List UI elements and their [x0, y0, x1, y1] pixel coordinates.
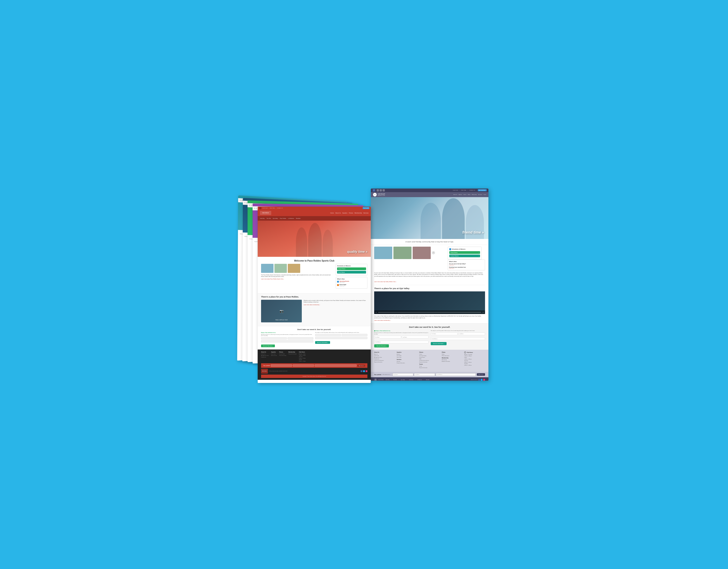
first-name-input[interactable] [261, 337, 287, 339]
send-info-button[interactable]: Send me information » [315, 341, 330, 344]
bottom-ojai-link[interactable]: Ojai Valley [401, 379, 405, 380]
progress-bar[interactable] [378, 312, 481, 312]
last-name-input[interactable] [288, 337, 313, 339]
footer-pilates-info-link[interactable]: Pilates Information [442, 355, 463, 356]
bottom-westlake-link[interactable]: Westlake [426, 379, 429, 380]
footer-employment-link[interactable]: Employment [261, 356, 269, 358]
virtual-tour-box[interactable]: 📷 TAKE A VIRTUAL TOUR [261, 300, 302, 322]
ojai-news-item-2-link[interactable]: Learn more » [449, 268, 484, 269]
sub-link-paso[interactable]: Paso Robles [280, 218, 286, 219]
ojai-group-fitness-btn[interactable]: Group Fitness › [449, 251, 480, 254]
footer-about-us-link[interactable]: About Us [374, 353, 395, 355]
nav-link-about[interactable]: About Us [335, 212, 341, 214]
bottom-ig-icon[interactable] [483, 379, 485, 381]
signup-last-name[interactable] [293, 364, 314, 367]
ojai-send-email[interactable] [431, 337, 485, 340]
ojai-first-name-input[interactable] [374, 336, 401, 338]
footer-request-link[interactable]: Request Information [374, 361, 395, 362]
sub-link-hills[interactable]: The Hills [266, 218, 271, 219]
nav-link-membership[interactable]: Membership [354, 212, 362, 214]
footer-personal-training-link[interactable]: Personal Training [419, 355, 440, 356]
nav-aquatics[interactable]: Aquatics [459, 194, 462, 195]
ojai-about-link[interactable]: Learn more about Ojai Valley Athletic Cl… [374, 281, 396, 283]
footer-personal-link[interactable]: Personal Training [279, 355, 286, 356]
top-link[interactable]: CONTACT US [277, 208, 283, 209]
footer-team-link[interactable]: Management Team [261, 355, 269, 356]
footer-tennis-req-link[interactable]: Request Information [419, 367, 440, 368]
footer-services-req-link[interactable]: Request Information [397, 362, 418, 363]
event-waiver-button[interactable]: Event Waiver › [337, 271, 366, 274]
footer-swim-team-link[interactable]: Swim Team [397, 357, 418, 358]
footer-membership-link[interactable]: Membership [442, 359, 463, 360]
ojai-email-input[interactable] [374, 341, 428, 343]
bottom-madrona-link[interactable]: La Madrona [417, 379, 422, 380]
bottom-hills-link[interactable]: The Hills [393, 379, 397, 380]
ojai-last-name-input[interactable] [402, 336, 429, 338]
twitter-icon[interactable] [363, 370, 365, 372]
signup-first-name[interactable] [271, 364, 292, 367]
footer-contact-link[interactable]: Contact Us & Directions [374, 360, 395, 361]
sub-link-madrona[interactable]: La Madrona [288, 218, 294, 219]
footer-swim-link[interactable]: Swim Team [271, 353, 277, 354]
stay-first-name-input[interactable] [393, 373, 414, 376]
ojai-video-player[interactable]: ▶ 0:00 3:48 [374, 291, 485, 314]
upcoming-events-label[interactable]: Upcoming Events [340, 281, 349, 282]
nav-pilates[interactable]: Pilates [468, 194, 470, 195]
ojai-pay-bill-button[interactable]: PAY YOUR BILL [478, 189, 487, 191]
social-icon-2[interactable] [380, 189, 382, 192]
send-last-name-input[interactable] [342, 334, 367, 336]
footer-fitness-dir-link[interactable]: Contact Fitness Director [419, 360, 440, 361]
get-free-pass-button[interactable]: Get your free pass » [261, 344, 275, 347]
facebook-icon[interactable] [361, 370, 362, 372]
instagram-icon[interactable] [366, 370, 367, 372]
stay-last-name-input[interactable] [414, 373, 435, 376]
ojai-stay-signup-button[interactable]: Sign me up » [477, 373, 485, 376]
footer-mgmt-link[interactable]: Management Team [374, 357, 395, 358]
footer-aquatics-link[interactable]: Aquatics [397, 353, 418, 355]
ojai-news-item-1-link[interactable]: Learn more » [449, 265, 484, 266]
send-email-input[interactable] [315, 337, 367, 339]
footer-tennis-link[interactable]: Tennis [419, 365, 440, 367]
nav-tennis[interactable]: Tennis [483, 194, 486, 195]
footer-club-health-aq-link[interactable]: Club Health [397, 355, 418, 356]
ojai-contact-waivers-btn[interactable]: Contact Waivers › [449, 255, 480, 257]
footer-lessons-link[interactable]: Swim Lessons [271, 355, 277, 356]
learn-membership-link[interactable]: Learn more about membership » [304, 304, 367, 305]
footer-fitness-req-link[interactable]: Request Information [419, 361, 440, 362]
free-trial-link[interactable]: FREE TRIAL [461, 190, 466, 191]
nav-summons[interactable]: Summons [478, 194, 482, 195]
nav-about[interactable]: About Us [454, 194, 457, 195]
bunks-night-label[interactable]: Bunks Night [340, 284, 346, 285]
footer-services-link[interactable]: Services [397, 361, 418, 362]
social-icon-1[interactable] [377, 189, 379, 192]
sub-link-westlake[interactable]: Westlake [296, 218, 300, 219]
contact-us-link[interactable]: CONTACT US [469, 190, 475, 191]
nav-link-home[interactable]: Home [330, 212, 334, 214]
bottom-trail-link[interactable]: Trail Rocks [409, 379, 413, 380]
ojai-send-info-button[interactable]: Send me information » [431, 342, 447, 345]
social-icon-3[interactable] [383, 189, 385, 192]
footer-aquatics-info-link[interactable]: Aquatics Information [442, 361, 463, 362]
your-tour-link[interactable]: YOUR TOUR [453, 190, 458, 191]
footer-fitness-link[interactable]: Fitness [419, 353, 440, 355]
footer-club-health-link[interactable]: Club Health [374, 355, 395, 356]
pay-bill-button[interactable]: Pay Your Bill [363, 207, 369, 209]
footer-member-info-link[interactable]: Request Information [288, 353, 297, 354]
bottom-avila-link[interactable]: Avila Bay [386, 379, 390, 380]
add-photo-button[interactable]: + [432, 251, 435, 254]
footer-faqs-link[interactable]: FAQs [419, 358, 440, 359]
bottom-fb-icon[interactable] [478, 379, 480, 381]
footer-group-link[interactable]: Group Fitness [279, 353, 286, 354]
ojai-send-first-name[interactable] [431, 332, 458, 335]
sign-up-button[interactable]: Sign me up » [357, 365, 365, 367]
signup-email[interactable] [315, 364, 357, 367]
nav-link-aquatics[interactable]: Aquatics [342, 212, 347, 214]
paso-learn-more-link[interactable]: Learn more about Paso Robles Sports Club… [261, 278, 334, 280]
facebook-icon[interactable]: f [373, 189, 375, 192]
bottom-tw-icon[interactable] [481, 379, 483, 381]
ojai-get-free-pass-button[interactable]: Get your free pass » [374, 344, 389, 347]
ojai-send-last-name[interactable] [458, 332, 485, 335]
sub-link-ojai[interactable]: Ojai Valley [273, 218, 278, 219]
footer-pilates-link[interactable]: Pilates [442, 353, 463, 355]
footer-employ-link[interactable]: Employment [374, 358, 395, 359]
